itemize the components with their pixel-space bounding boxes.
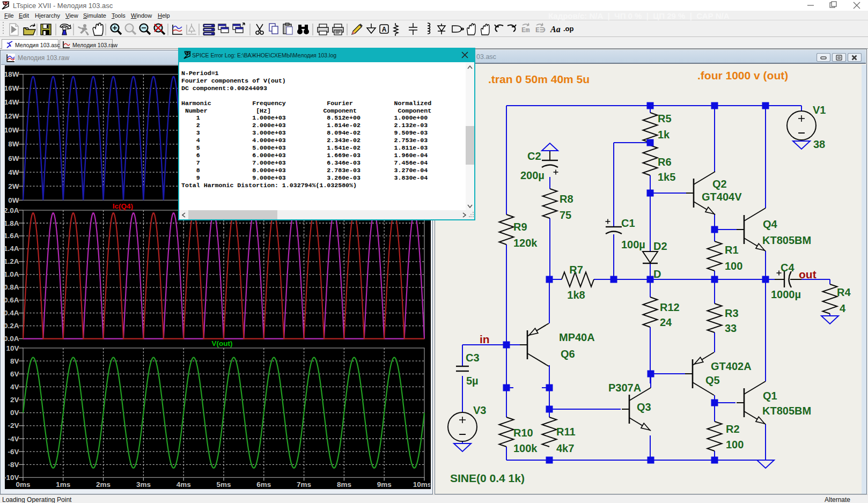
svg-text:6ms: 6ms [256,480,271,489]
svg-text:1.2A: 1.2A [4,257,19,265]
svg-text:33: 33 [725,322,737,334]
svg-text:out: out [799,268,816,280]
svg-text:1.0A: 1.0A [4,270,19,278]
svg-text:.four 1000 v (out): .four 1000 v (out) [697,69,788,82]
svg-text:0W: 0W [8,196,19,204]
svg-text:100k: 100k [513,442,538,454]
svg-text:6W: 6W [8,154,19,162]
svg-text:Q3: Q3 [637,401,651,413]
svg-text:38: 38 [813,138,825,150]
svg-text:C3: C3 [466,352,480,364]
svg-text:0.4A: 0.4A [4,309,19,317]
svg-text:75: 75 [560,209,571,221]
svg-text:D2: D2 [653,240,667,252]
svg-text:0.2A: 0.2A [4,322,19,330]
svg-text:4ms: 4ms [176,480,191,489]
svg-text:R5: R5 [658,113,672,124]
svg-text:C4: C4 [781,262,795,273]
svg-text:3ms: 3ms [136,480,151,489]
svg-text:12W: 12W [4,112,19,120]
svg-text:KT805BM: KT805BM [762,234,811,246]
svg-text:4W: 4W [8,168,19,176]
svg-text:R9: R9 [513,221,527,233]
svg-text:1.6A: 1.6A [4,232,19,240]
svg-text:8W: 8W [8,140,19,148]
svg-text:0.8A: 0.8A [4,283,19,291]
svg-text:8ms: 8ms [337,480,351,489]
svg-text:A: A [382,26,387,33]
svg-text:1k5: 1k5 [658,171,675,183]
svg-text:0.6A: 0.6A [4,296,19,304]
svg-text:-6V: -6V [8,448,19,456]
svg-text:in: in [480,333,490,345]
svg-text:Q2: Q2 [712,178,727,190]
svg-text:V3: V3 [473,404,486,416]
svg-text:E∋: E∋ [535,26,546,34]
svg-text:0V: 0V [10,409,19,417]
svg-text:100µ: 100µ [621,239,645,250]
svg-text:5µ: 5µ [466,375,479,387]
svg-text:R3: R3 [725,307,739,319]
svg-text:R8: R8 [560,193,573,205]
svg-text:4: 4 [840,302,846,314]
svg-text:Q6: Q6 [561,348,575,360]
svg-text:.op: .op [563,25,574,33]
svg-text:C2: C2 [527,150,541,162]
svg-text:V(out): V(out) [212,339,233,347]
svg-text:Q4: Q4 [763,218,778,230]
svg-text:2ms: 2ms [96,480,111,489]
svg-text:4k7: 4k7 [556,442,574,454]
svg-text:Em: Em [521,26,530,34]
svg-text:R2: R2 [726,423,740,435]
svg-text:18W: 18W [4,70,19,78]
svg-text:8V: 8V [10,357,19,365]
svg-text:1k8: 1k8 [567,289,585,301]
svg-text:10W: 10W [4,126,19,134]
svg-text:Aa: Aa [550,25,561,34]
svg-text:1000µ: 1000µ [771,289,801,300]
svg-text:.tran 0 50m 40m 5u: .tran 0 50m 40m 5u [488,73,590,85]
svg-text:120k: 120k [513,237,538,249]
svg-text:1.8A: 1.8A [4,219,19,227]
svg-text:2V: 2V [10,396,19,404]
svg-text:R12: R12 [660,301,680,313]
svg-text:GT402A: GT402A [711,360,752,372]
svg-text:P307A: P307A [608,382,641,394]
svg-text:R10: R10 [513,427,533,439]
svg-text:Q1: Q1 [763,390,777,402]
svg-text:R1: R1 [725,244,739,256]
svg-text:9ms: 9ms [377,480,392,489]
svg-text:GT404V: GT404V [702,191,742,203]
svg-text:R11: R11 [556,426,576,438]
svg-text:10V: 10V [6,344,19,352]
svg-text:0.0A: 0.0A [4,335,19,343]
svg-text:100: 100 [726,439,744,450]
svg-text:14W: 14W [4,98,19,106]
svg-text:R4: R4 [837,286,851,298]
svg-text:-2V: -2V [8,421,19,430]
svg-text:6V: 6V [10,370,19,378]
svg-text:C1: C1 [621,217,635,229]
svg-text:2.0A: 2.0A [4,206,19,214]
svg-text:16W: 16W [4,84,19,92]
svg-text:-8V: -8V [8,461,19,469]
svg-text:1k: 1k [658,129,670,140]
svg-text:D: D [653,268,661,280]
svg-text:0ms: 0ms [16,480,30,489]
svg-text:R6: R6 [658,156,672,168]
svg-text:7ms: 7ms [297,480,311,489]
svg-text:2W: 2W [8,182,19,190]
svg-text:1ms: 1ms [56,480,70,489]
svg-text:V1: V1 [813,104,826,116]
svg-text:5ms: 5ms [216,480,231,489]
svg-text:Ic(Q4): Ic(Q4) [113,202,133,210]
svg-text:Q5: Q5 [705,374,720,386]
svg-text:MP40A: MP40A [559,331,595,343]
svg-text:KT805BM: KT805BM [762,405,811,417]
svg-text:10ms: 10ms [413,480,430,489]
svg-text:200µ: 200µ [520,169,545,181]
svg-text:4V: 4V [10,383,19,391]
svg-text:-4V: -4V [8,435,19,443]
svg-text:R7: R7 [569,264,583,276]
svg-text:SINE(0 0.4 1k): SINE(0 0.4 1k) [450,472,525,484]
